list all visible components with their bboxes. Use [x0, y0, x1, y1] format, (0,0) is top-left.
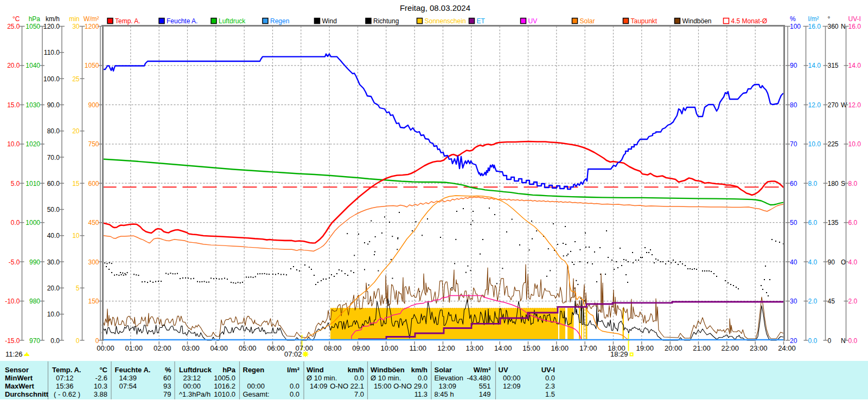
svg-text:0.0: 0.0: [354, 374, 364, 382]
svg-text:16.0: 16.0: [808, 23, 821, 30]
svg-text:07:02: 07:02: [284, 350, 302, 358]
svg-text:110.0: 110.0: [44, 49, 60, 56]
svg-text:6.0: 6.0: [848, 219, 858, 227]
svg-text:0: 0: [95, 337, 99, 345]
svg-text:02:00: 02:00: [154, 344, 171, 352]
svg-text:Solar: Solar: [580, 17, 595, 25]
svg-text:°: °: [828, 15, 831, 23]
svg-text:40.0: 40.0: [47, 232, 60, 240]
svg-text:80: 80: [790, 101, 797, 109]
svg-text:10:00: 10:00: [381, 344, 399, 352]
svg-text:12:09: 12:09: [503, 382, 521, 390]
svg-text:600: 600: [88, 180, 99, 187]
svg-text:Luftdruck: Luftdruck: [179, 366, 212, 374]
svg-text:14:09: 14:09: [310, 382, 328, 390]
svg-text:8:45 h: 8:45 h: [435, 390, 454, 398]
svg-text:0.0: 0.0: [545, 374, 555, 382]
svg-text:70: 70: [790, 140, 797, 148]
svg-text:l/m²: l/m²: [808, 15, 819, 23]
svg-text:2.0: 2.0: [808, 297, 818, 305]
svg-text:16.0: 16.0: [848, 23, 861, 30]
svg-text:20: 20: [790, 337, 797, 345]
svg-text:1020: 1020: [25, 140, 40, 148]
svg-text:1016.2: 1016.2: [214, 382, 235, 390]
svg-text:%: %: [790, 15, 796, 23]
svg-text:90.0: 90.0: [47, 101, 60, 109]
svg-text:1050: 1050: [85, 62, 99, 69]
svg-text:7.0: 7.0: [354, 390, 364, 398]
svg-text:%: %: [165, 366, 171, 374]
svg-text:4.0: 4.0: [808, 258, 818, 266]
svg-text:07:12: 07:12: [56, 374, 74, 382]
svg-text:05:00: 05:00: [239, 344, 257, 352]
svg-text:12:00: 12:00: [437, 344, 455, 352]
svg-text:11:00: 11:00: [409, 344, 426, 352]
svg-text:Regen: Regen: [270, 17, 289, 25]
svg-text:W/m²: W/m²: [474, 366, 491, 374]
svg-text:hPa: hPa: [29, 15, 41, 23]
svg-text:( - 0.62 ): ( - 0.62 ): [54, 390, 80, 398]
svg-text:22:00: 22:00: [722, 344, 739, 352]
svg-text:00:00: 00:00: [183, 382, 201, 390]
svg-text:90: 90: [828, 258, 835, 266]
svg-text:70.0: 70.0: [47, 154, 60, 161]
svg-text:20.0: 20.0: [7, 62, 20, 69]
svg-text:11:26: 11:26: [5, 350, 23, 358]
svg-text:1040: 1040: [25, 62, 40, 69]
svg-text:1.5: 1.5: [545, 390, 555, 398]
svg-text:50.0: 50.0: [47, 206, 60, 214]
svg-text:hPa: hPa: [222, 366, 236, 374]
svg-text:Sonnenschein: Sonnenschein: [425, 17, 466, 25]
svg-text:MaxWert: MaxWert: [5, 382, 35, 390]
svg-text:120.0: 120.0: [43, 23, 60, 30]
svg-text:04:00: 04:00: [210, 344, 228, 352]
svg-text:100: 100: [790, 23, 801, 30]
svg-text:°C: °C: [12, 15, 20, 23]
svg-text:1030: 1030: [25, 101, 40, 109]
svg-text:-43.480: -43.480: [467, 374, 490, 382]
svg-text:0: 0: [76, 337, 80, 345]
svg-text:25: 25: [72, 75, 80, 83]
svg-text:Temp. A.: Temp. A.: [52, 366, 81, 374]
svg-text:14:39: 14:39: [119, 374, 137, 382]
svg-text:10: 10: [72, 232, 80, 240]
svg-text:15: 15: [72, 180, 80, 187]
svg-text:17:00: 17:00: [579, 344, 597, 352]
svg-text:km/h: km/h: [348, 366, 364, 374]
svg-text:19:00: 19:00: [636, 344, 654, 352]
svg-text:Durchschnitt: Durchschnitt: [5, 390, 49, 398]
svg-text:750: 750: [88, 140, 99, 148]
svg-text:06:00: 06:00: [267, 344, 285, 352]
svg-text:0: 0: [828, 337, 832, 345]
svg-text:-10.0: -10.0: [5, 297, 20, 305]
svg-text:UV-I: UV-I: [848, 15, 861, 23]
svg-text:30.0: 30.0: [47, 258, 60, 266]
svg-text:Feuchte A.: Feuchte A.: [167, 17, 197, 25]
svg-text:Feuchte A.: Feuchte A.: [115, 366, 151, 374]
svg-text:O-NO 29.0: O-NO 29.0: [393, 382, 427, 390]
svg-text:2.3: 2.3: [545, 382, 555, 390]
svg-text:60: 60: [790, 180, 797, 187]
svg-text:135: 135: [828, 219, 839, 227]
svg-text:14.0: 14.0: [808, 62, 821, 69]
svg-text:25.0: 25.0: [7, 23, 20, 30]
svg-text:16:00: 16:00: [551, 344, 569, 352]
svg-text:270: 270: [828, 101, 839, 109]
svg-text:149: 149: [479, 390, 491, 398]
svg-text:10.0: 10.0: [808, 140, 821, 148]
svg-text:09:00: 09:00: [352, 344, 370, 352]
svg-text:12.0: 12.0: [848, 101, 861, 109]
svg-text:UV: UV: [499, 366, 508, 374]
svg-text:14.0: 14.0: [848, 62, 861, 69]
svg-text:50: 50: [790, 219, 797, 227]
svg-text:1000: 1000: [25, 219, 40, 227]
svg-text:Windböen: Windböen: [682, 17, 712, 25]
svg-text:-2.6: -2.6: [95, 374, 107, 382]
svg-text:14:00: 14:00: [494, 344, 512, 352]
svg-text:13:00: 13:00: [466, 344, 484, 352]
svg-text:Gesamt:: Gesamt:: [243, 390, 270, 398]
svg-text:0.0: 0.0: [11, 219, 20, 227]
svg-text:6.0: 6.0: [808, 219, 818, 227]
svg-text:5: 5: [76, 284, 80, 292]
svg-text:551: 551: [479, 382, 491, 390]
